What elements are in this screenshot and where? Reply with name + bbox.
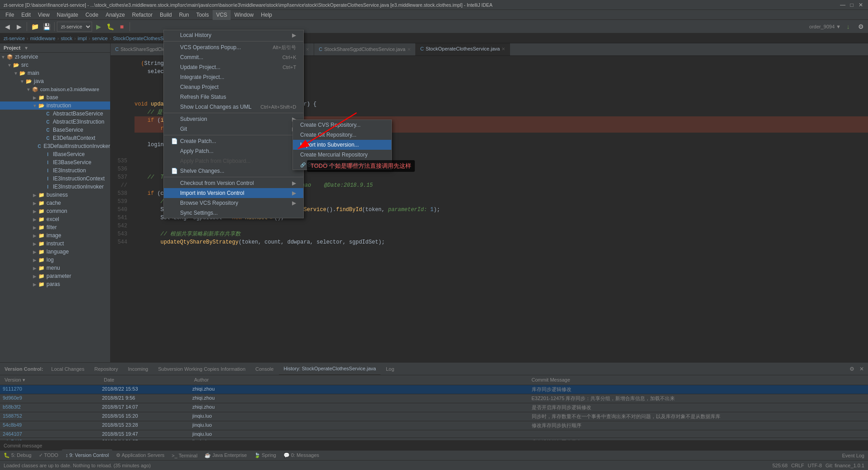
tree-item-excel[interactable]: ▶ 📁 excel (0, 215, 110, 223)
event-log-btn[interactable]: Event Log (838, 453, 868, 458)
tree-item-instruction[interactable]: ▼ 📂 instruction (0, 101, 110, 110)
tree-item-ie3invoker[interactable]: I IE3InstructionInvoker (0, 183, 110, 191)
tree-item-abstractbaseservice[interactable]: C AbstractBaseService (0, 110, 110, 118)
col-author[interactable]: Author (191, 376, 529, 384)
vc-row[interactable]: 54c8b49 2018/8/15 23:28 jinqiu.luo 修改库存同… (0, 421, 868, 430)
menu-tools[interactable]: Tools (193, 10, 213, 20)
vc-tab-repository[interactable]: Repository (90, 363, 123, 375)
vcs-subversion[interactable]: Subversion ▶ (164, 114, 303, 124)
tree-item-menu[interactable]: ▶ 📁 menu (0, 264, 110, 272)
menu-run[interactable]: Run (176, 10, 193, 20)
panel-settings-btn[interactable]: ⚙ (847, 364, 856, 373)
vc-tab-local-changes[interactable]: Local Changes (47, 363, 89, 375)
vcs-operations-popup[interactable]: VCS Operations Popup... Alt+后引号 (164, 42, 303, 52)
vcs-refresh[interactable]: Refresh File Status (164, 92, 303, 102)
tree-item-paras[interactable]: ▶ 📁 paras (0, 280, 110, 288)
toolbar-settings[interactable]: ⚙ (855, 21, 866, 32)
breadcrumb-impl[interactable]: impl (78, 36, 87, 41)
breadcrumb-stock[interactable]: stock (61, 36, 73, 41)
tree-item-ibaseservice[interactable]: I IBaseService (0, 150, 110, 158)
col-version[interactable]: Version ▾ (2, 376, 101, 384)
breadcrumb-middleware[interactable]: middleware (30, 36, 56, 41)
sidebar-dropdown[interactable]: ▼ (24, 46, 28, 51)
vcs-shelve[interactable]: 📄 Shelve Changes... (164, 166, 303, 176)
tree-item-filter[interactable]: ▶ 📁 filter (0, 223, 110, 231)
vcs-show-local-uml[interactable]: Show Local Changes as UML Ctrl+Alt+Shift… (164, 102, 303, 112)
vcs-apply-patch-clipboard[interactable]: Apply Patch from Clipboard... (164, 156, 303, 166)
panel-close-btn[interactable]: ✕ (857, 364, 866, 373)
col-date[interactable]: Date (101, 376, 191, 384)
vc-row[interactable]: 2464107 2018/8/15 19:47 jinqiu.luo (0, 430, 868, 438)
import-mercurial[interactable]: Create Mercurial Repository (293, 150, 391, 160)
tree-item-base[interactable]: ▶ 📁 base (0, 93, 110, 101)
toolbar-run[interactable]: ▶ (93, 21, 104, 32)
tree-item-abstracte3[interactable]: C AbstractE3Instruction (0, 118, 110, 126)
close-btn[interactable]: ✕ (857, 1, 864, 9)
vc-tab-log[interactable]: Log (381, 363, 399, 375)
menu-refactor[interactable]: Refactor (129, 10, 156, 20)
toolbar-update[interactable]: ↓ (843, 21, 854, 32)
tree-item-src[interactable]: ▼ 📂 src (0, 61, 110, 69)
minimize-btn[interactable]: — (839, 1, 846, 9)
vcs-import[interactable]: Import into Version Control ▶ (164, 188, 303, 198)
tree-item-ie3base[interactable]: I IE3BaseService (0, 158, 110, 166)
vcs-sync-settings[interactable]: Sync Settings... (164, 208, 303, 218)
menu-navigate[interactable]: Navigate (53, 10, 82, 20)
tree-item-image[interactable]: ▶ 📁 image (0, 231, 110, 240)
vcs-integrate[interactable]: Integrate Project... (164, 72, 303, 82)
status-git[interactable]: Git: finance_1.0.1 (826, 463, 864, 468)
status-charset[interactable]: UTF-8 (808, 463, 822, 468)
vcs-commit[interactable]: Commit... Ctrl+K (164, 52, 303, 62)
tree-item-ie3ctx[interactable]: I IE3InstructionContext (0, 175, 110, 183)
tab-close-client[interactable]: ✕ (306, 47, 309, 52)
tab-service2[interactable]: C StockShareSgpdClothesService.java ✕ (314, 43, 416, 55)
col-msg[interactable]: Commit Message (529, 376, 867, 384)
commit-msg-input[interactable] (4, 443, 864, 448)
import-svn[interactable]: Import into Subversion... (293, 140, 391, 150)
vc-row[interactable]: 1588752 2018/8/16 15:20 jinqiu.luo 同步时，库… (0, 412, 868, 421)
menu-help[interactable]: Help (257, 10, 276, 20)
menu-file[interactable]: File (2, 10, 18, 20)
menu-window[interactable]: Window (231, 10, 257, 20)
tree-item-ztservice[interactable]: ▼ 📦 zt-service (0, 53, 110, 61)
toolbar-forward[interactable]: ▶ (14, 21, 24, 32)
menu-code[interactable]: Code (82, 10, 102, 20)
menu-edit[interactable]: Edit (18, 10, 34, 20)
tree-item-cache[interactable]: ▶ 📁 cache (0, 199, 110, 207)
import-git[interactable]: Create Git Repository... (293, 130, 391, 140)
tree-item-instruct[interactable]: ▶ 📁 instruct (0, 240, 110, 248)
vc-tab-svn-info[interactable]: Subversion Working Copies Information (153, 363, 250, 375)
menu-view[interactable]: View (34, 10, 53, 20)
import-github[interactable]: 🔗 Share Project on GitHub (293, 160, 391, 170)
vc-row[interactable]: 9111270 2018/8/22 15:53 zhiqi.zhou 库存同步逻… (0, 385, 868, 394)
tree-item-java[interactable]: ▼ 📂 java (0, 77, 110, 85)
vc-row[interactable]: 9d960e9 2018/8/21 9:56 zhiqi.zhou E3Z201… (0, 394, 868, 403)
menu-build[interactable]: Build (156, 10, 176, 20)
menu-vcs[interactable]: VCS (213, 10, 231, 20)
vcs-local-history[interactable]: Local History ▶ (164, 30, 303, 40)
menu-analyze[interactable]: Analyze (102, 10, 129, 20)
vcs-browse[interactable]: Browse VCS Repository ▶ (164, 198, 303, 208)
status-crlf[interactable]: CRLF (791, 463, 804, 468)
vcs-apply-patch[interactable]: Apply Patch... (164, 146, 303, 156)
vcs-create-patch[interactable]: 📄 Create Patch... (164, 136, 303, 146)
vcs-update[interactable]: Update Project... Ctrl+T (164, 62, 303, 72)
tab-close-active[interactable]: ✕ (501, 46, 505, 51)
tree-item-parameter[interactable]: ▶ 📁 parameter (0, 272, 110, 280)
tree-item-log[interactable]: ▶ 📁 log (0, 256, 110, 264)
toolbar-debug[interactable]: 🐛 (105, 21, 116, 32)
toolbar-save[interactable]: 💾 (41, 21, 52, 32)
tree-item-business[interactable]: ▶ 📁 business (0, 191, 110, 199)
tab-active[interactable]: C StockOperateClothesService.java ✕ (416, 43, 510, 55)
tree-item-package[interactable]: ▼ 📦 com.baison.e3.middleware (0, 85, 110, 93)
maximize-btn[interactable]: □ (848, 1, 855, 9)
tree-item-baseservice[interactable]: C BaseService (0, 126, 110, 134)
tree-item-common[interactable]: ▶ 📁 common (0, 207, 110, 215)
vc-tab-console[interactable]: Console (251, 363, 278, 375)
toolbar-back[interactable]: ◀ (2, 21, 13, 32)
vcs-git[interactable]: Git ▶ (164, 124, 303, 134)
tree-item-language[interactable]: ▶ 📁 language (0, 248, 110, 256)
import-cvs[interactable]: Create CVS Repository... (293, 120, 391, 130)
vcs-cleanup[interactable]: Cleanup Project (164, 82, 303, 92)
tree-item-main[interactable]: ▼ 📂 main (0, 69, 110, 77)
